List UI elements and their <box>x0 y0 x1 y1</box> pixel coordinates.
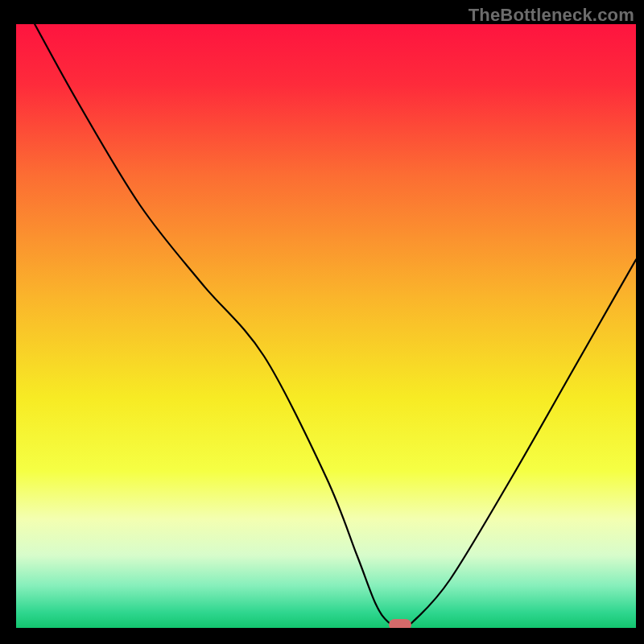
plot-area <box>16 24 636 628</box>
bottleneck-curve <box>16 24 636 628</box>
chart-frame: TheBottleneck.com <box>0 0 644 644</box>
optimal-point-marker <box>389 619 411 628</box>
watermark-text: TheBottleneck.com <box>469 5 634 26</box>
